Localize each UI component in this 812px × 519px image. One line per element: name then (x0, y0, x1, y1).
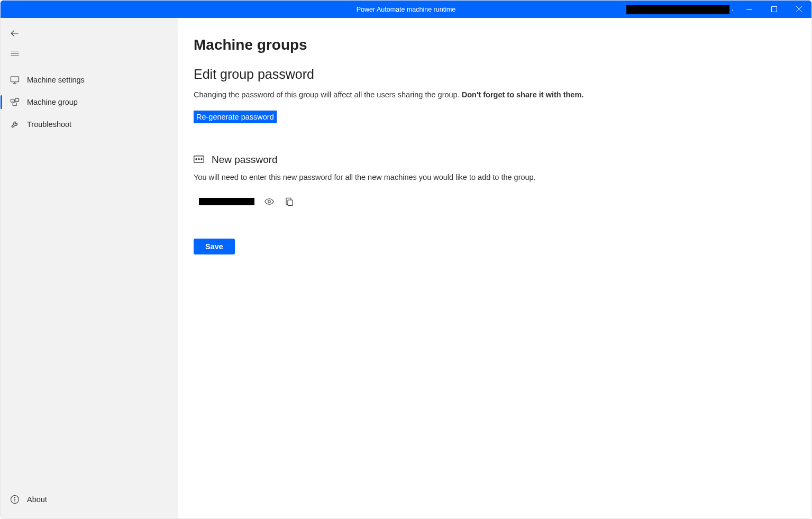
new-password-heading: New password (194, 154, 796, 166)
svg-rect-13 (13, 103, 16, 106)
minimize-button[interactable] (737, 1, 762, 18)
hamburger-icon (10, 49, 20, 58)
nav-label: Machine settings (27, 76, 85, 84)
svg-point-18 (196, 159, 197, 160)
sidebar-item-troubleshoot[interactable]: Troubleshoot (1, 113, 178, 135)
svg-rect-1 (772, 7, 777, 12)
password-value-masked (199, 198, 254, 205)
sidebar: Machine settings Machine group Troublesh… (1, 18, 178, 518)
main-content: Machine groups Edit group password Chang… (178, 18, 811, 518)
password-field-icon (194, 156, 204, 164)
svg-rect-12 (15, 98, 19, 101)
sidebar-item-about[interactable]: About (1, 488, 178, 511)
wrench-icon (10, 120, 20, 129)
hamburger-button[interactable] (1, 43, 178, 63)
back-arrow-icon (10, 29, 20, 38)
regenerate-password-button[interactable]: Re-generate password (194, 111, 277, 123)
svg-point-16 (15, 497, 15, 498)
minimize-icon (746, 6, 752, 12)
svg-point-20 (201, 159, 202, 160)
maximize-button[interactable] (762, 1, 787, 18)
nav-list: Machine settings Machine group Troublesh… (1, 69, 178, 135)
copy-password-button[interactable] (284, 196, 295, 207)
close-button[interactable] (787, 1, 811, 18)
titlebar: Power Automate machine runtime . (1, 1, 811, 18)
svg-rect-11 (11, 99, 15, 102)
page-title: Machine groups (194, 37, 796, 53)
svg-point-21 (268, 201, 271, 203)
svg-rect-8 (11, 77, 19, 82)
svg-point-19 (198, 159, 199, 160)
close-icon (796, 6, 802, 12)
svg-rect-22 (288, 200, 293, 206)
sidebar-item-machine-settings[interactable]: Machine settings (1, 69, 178, 91)
sidebar-item-machine-group[interactable]: Machine group (1, 91, 178, 113)
monitor-icon (10, 75, 20, 85)
window-controls (737, 1, 811, 18)
nav-label: Machine group (27, 98, 78, 106)
section-description: Changing the password of this group will… (194, 90, 796, 99)
user-suffix: . (732, 5, 733, 12)
app-title: Power Automate machine runtime (357, 6, 456, 13)
subsection-title: New password (212, 154, 278, 166)
section-title: Edit group password (194, 67, 796, 82)
save-button[interactable]: Save (194, 239, 235, 254)
maximize-icon (771, 6, 777, 12)
user-account-redacted[interactable] (626, 5, 729, 14)
copy-icon (285, 197, 294, 206)
nav-label: Troubleshoot (27, 120, 71, 129)
nav-label: About (27, 495, 47, 504)
reveal-password-button[interactable] (264, 196, 275, 207)
password-row (194, 196, 796, 207)
subsection-description: You will need to enter this new password… (194, 173, 796, 181)
back-button[interactable] (1, 23, 178, 43)
eye-icon (264, 197, 274, 206)
info-icon (10, 495, 20, 504)
machine-group-icon (10, 97, 20, 107)
description-text: Changing the password of this group will… (194, 90, 462, 99)
description-strong: Don't forget to share it with them. (462, 90, 584, 99)
